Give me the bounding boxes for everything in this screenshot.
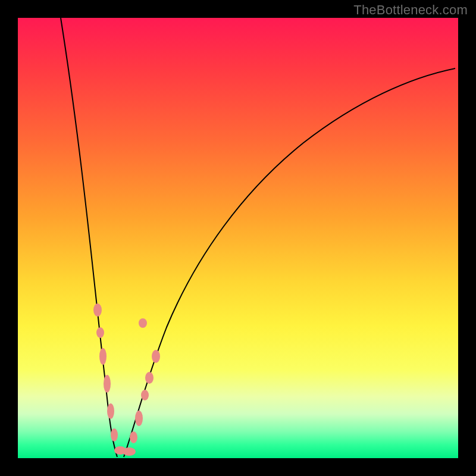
marker-dot xyxy=(139,318,147,328)
marker-dot xyxy=(123,447,136,456)
marker-dot xyxy=(107,403,114,419)
marker-dot xyxy=(111,428,118,441)
marker-dot xyxy=(141,390,149,400)
marker-dot xyxy=(96,327,104,338)
marker-dot xyxy=(104,375,111,393)
marker-dot xyxy=(93,303,102,317)
bottleneck-curve xyxy=(18,18,458,458)
marker-dot xyxy=(99,348,107,365)
marker-dot xyxy=(145,372,154,384)
watermark-text: TheBottleneck.com xyxy=(353,2,468,18)
marker-dot xyxy=(152,350,160,363)
marker-dot xyxy=(135,411,143,426)
chart-frame: TheBottleneck.com xyxy=(0,0,476,476)
plot-area xyxy=(18,18,458,458)
marker-dot xyxy=(130,431,137,443)
